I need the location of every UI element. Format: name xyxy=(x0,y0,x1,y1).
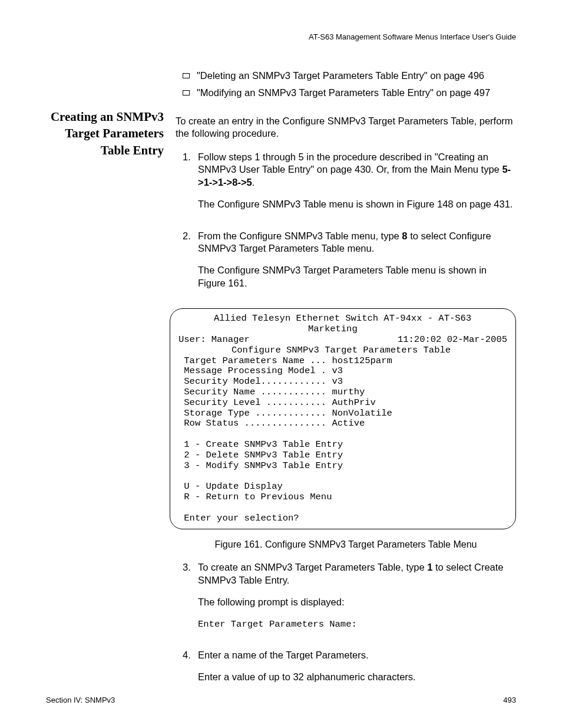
terminal-option: 3 - Modify SNMPv3 Table Entry xyxy=(178,461,507,472)
page-header: AT-S63 Management Software Menus Interfa… xyxy=(46,32,516,41)
step-text: To create an SNMPv3 Target Parameters Ta… xyxy=(198,562,427,572)
menu-key: 1 xyxy=(427,562,432,572)
terminal-prompt: Enter your selection? xyxy=(178,513,507,524)
terminal-subtitle: Marketing xyxy=(178,324,507,335)
bullet-icon xyxy=(183,90,190,95)
step-number: 3. xyxy=(183,561,198,639)
bullet-text: "Deleting an SNMPv3 Target Parameters Ta… xyxy=(197,70,484,82)
terminal-user: User: Manager xyxy=(178,335,250,345)
page-footer: Section IV: SNMPv3 493 xyxy=(46,696,516,704)
terminal-row: Security Level ........... AuthPriv xyxy=(178,398,507,409)
bullet-icon xyxy=(183,73,190,78)
figure-caption: Figure 161. Configure SNMPv3 Target Para… xyxy=(176,539,516,551)
main-content: "Deleting an SNMPv3 Target Parameters Ta… xyxy=(176,70,516,703)
intro-paragraph: To create an entry in the Configure SNMP… xyxy=(176,115,516,140)
step-1: 1. Follow steps 1 through 5 in the proce… xyxy=(176,151,516,220)
footer-section: Section IV: SNMPv3 xyxy=(46,696,115,704)
step-2: 2. From the Configure SNMPv3 Table menu,… xyxy=(176,230,516,299)
bullet-item: "Modifying an SNMPv3 Target Parameters T… xyxy=(176,87,516,99)
step-number: 1. xyxy=(183,151,198,220)
step-4: 4. Enter a name of the Target Parameters… xyxy=(176,649,516,693)
step-note: The Configure SNMPv3 Target Parameters T… xyxy=(198,264,516,289)
step-text: Follow steps 1 through 5 in the procedur… xyxy=(198,151,502,174)
step-number: 2. xyxy=(183,230,198,299)
step-note: The Configure SNMPv3 Table menu is shown… xyxy=(198,198,516,210)
section-heading: Creating an SNMPv3 Target Parameters Tab… xyxy=(46,70,164,703)
menu-key: 8 xyxy=(402,230,407,241)
step-note: The following prompt is displayed: xyxy=(198,596,516,608)
step-number: 4. xyxy=(183,649,198,693)
step-text: From the Configure SNMPv3 Table menu, ty… xyxy=(198,230,402,241)
terminal-screen: Allied Telesyn Ethernet Switch AT-94xx -… xyxy=(170,308,516,529)
terminal-title: Allied Telesyn Ethernet Switch AT-94xx -… xyxy=(178,314,507,324)
terminal-row: Security Model............ v3 xyxy=(178,377,507,387)
footer-page-number: 493 xyxy=(503,696,516,704)
terminal-row: Target Parameters Name ... host125parm xyxy=(178,356,507,367)
terminal-option: 2 - Delete SNMPv3 Table Entry xyxy=(178,450,507,461)
terminal-timestamp: 11:20:02 02-Mar-2005 xyxy=(398,335,507,345)
bullet-item: "Deleting an SNMPv3 Target Parameters Ta… xyxy=(176,70,516,82)
step-3: 3. To create an SNMPv3 Target Parameters… xyxy=(176,561,516,639)
bullet-text: "Modifying an SNMPv3 Target Parameters T… xyxy=(197,87,490,99)
terminal-prompt-inline: Enter Target Parameters Name: xyxy=(198,618,516,630)
terminal-row: Security Name ............ murthy xyxy=(178,387,507,398)
terminal-row: Row Status ............... Active xyxy=(178,419,507,429)
terminal-nav: R - Return to Previous Menu xyxy=(178,492,507,503)
terminal-row: Storage Type ............. NonVolatile xyxy=(178,409,507,419)
terminal-figure: Allied Telesyn Ethernet Switch AT-94xx -… xyxy=(170,308,516,529)
terminal-row: Message Processing Model . v3 xyxy=(178,366,507,377)
terminal-option: 1 - Create SNMPv3 Table Entry xyxy=(178,440,507,450)
step-text: Enter a name of the Target Parameters. xyxy=(198,649,516,661)
step-note: Enter a value of up to 32 alphanumeric c… xyxy=(198,671,516,683)
step-text: . xyxy=(252,177,255,187)
terminal-menu-title: Configure SNMPv3 Target Parameters Table xyxy=(178,345,507,356)
terminal-nav: U - Update Display xyxy=(178,482,507,492)
